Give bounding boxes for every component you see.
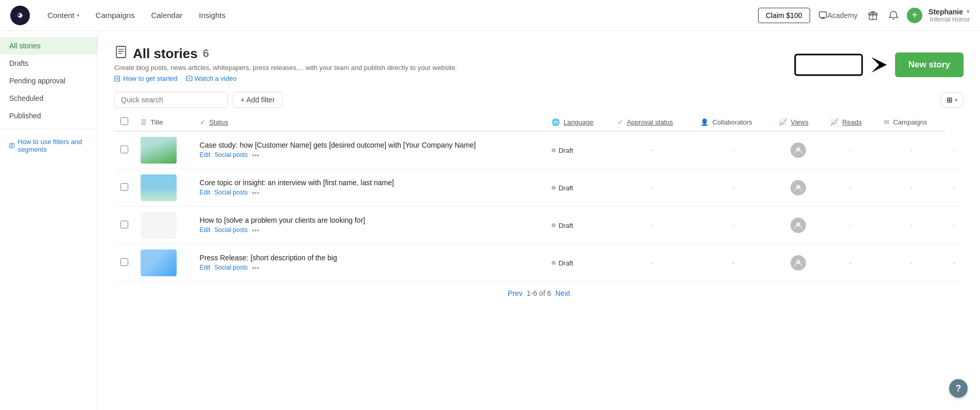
row-campaigns-cell: -: [945, 169, 964, 207]
row-views-cell: -: [824, 131, 878, 169]
row-approval-cell: -: [694, 169, 772, 207]
row-views-cell: -: [824, 169, 878, 207]
row-collaborators-cell: [772, 169, 824, 207]
claim-button[interactable]: Claim $100: [758, 8, 810, 23]
row-views-cell: -: [824, 244, 878, 282]
sidebar-divider: [0, 129, 97, 129]
sidebar: All stories Drafts Pending approval Sche…: [0, 31, 98, 410]
story-edit-link[interactable]: Edit: [200, 226, 211, 235]
svg-marker-11: [862, 57, 887, 73]
row-language-cell: -: [611, 169, 694, 207]
row-language-cell: -: [611, 207, 694, 244]
row-approval-cell: -: [694, 244, 772, 282]
search-input[interactable]: [114, 92, 228, 108]
story-title: How to [solve a problem your clients are…: [200, 216, 539, 224]
svg-marker-9: [188, 78, 191, 79]
story-more-button[interactable]: •••: [252, 189, 260, 197]
sidebar-filters-link[interactable]: How to use filters and segments: [0, 133, 97, 158]
th-reads-icon: 📈: [830, 118, 838, 126]
story-thumbnail[interactable]: [141, 212, 177, 239]
th-checkbox: [114, 113, 134, 131]
status-indicator: Draft: [552, 184, 606, 192]
nav-campaigns[interactable]: Campaigns: [89, 7, 142, 24]
notifications-button[interactable]: [886, 8, 901, 23]
th-reads[interactable]: 📈 Reads: [824, 113, 878, 131]
table-row: Press Release: [short description of the…: [114, 244, 964, 282]
academy-button[interactable]: Academy: [816, 9, 859, 22]
get-started-link[interactable]: How to get started: [114, 75, 178, 82]
row-status-cell: Draft: [545, 131, 612, 169]
status-dot: [552, 148, 556, 152]
sidebar-item-published[interactable]: Published: [0, 107, 97, 124]
stories-table: ☰ Title ✓ Status 🌐 Language ✓ Approval s…: [114, 113, 964, 282]
nav-calendar[interactable]: Calendar: [144, 7, 190, 24]
watch-video-link[interactable]: Watch a video: [186, 75, 237, 82]
page-links: How to get started Watch a video: [114, 75, 457, 82]
status-dot: [552, 186, 556, 190]
status-label: Draft: [559, 259, 573, 267]
monitor-icon: [818, 11, 828, 20]
page-range: 1-6 of 6: [527, 289, 551, 297]
th-views-icon: 📈: [779, 118, 787, 126]
story-social-link[interactable]: Social posts: [214, 226, 248, 235]
add-filter-button[interactable]: + Add filter: [233, 92, 283, 108]
th-title-icon: ☰: [141, 118, 147, 126]
table-row: How to [solve a problem your clients are…: [114, 207, 964, 244]
story-more-button[interactable]: •••: [252, 264, 260, 272]
row-campaigns-cell: -: [945, 131, 964, 169]
grid-view-button[interactable]: ⊞ ▾: [941, 92, 964, 108]
add-button[interactable]: +: [907, 8, 922, 23]
story-edit-link[interactable]: Edit: [200, 151, 211, 159]
nav-content[interactable]: Content ▾: [40, 7, 87, 24]
th-language[interactable]: 🌐 Language: [545, 113, 612, 131]
row-title-cell: Press Release: [short description of the…: [194, 244, 545, 282]
story-more-button[interactable]: •••: [252, 151, 260, 159]
story-title: Case study: how [Customer Name] gets [de…: [200, 141, 539, 149]
sidebar-item-drafts[interactable]: Drafts: [0, 55, 97, 72]
pagination: Prev 1-6 of 6 Next: [114, 282, 964, 300]
svg-rect-7: [115, 76, 119, 81]
help-button[interactable]: ?: [949, 379, 968, 398]
grid-icon: ⊞: [947, 96, 953, 104]
sidebar-item-all-stories[interactable]: All stories: [0, 37, 97, 55]
select-all-checkbox[interactable]: [121, 117, 128, 125]
story-more-button[interactable]: •••: [252, 226, 260, 235]
row-checkbox-2[interactable]: [121, 183, 128, 191]
row-status-cell: Draft: [545, 207, 612, 244]
th-status[interactable]: ✓ Status: [194, 113, 545, 131]
story-social-link[interactable]: Social posts: [214, 151, 248, 159]
link-icon: [114, 75, 121, 82]
gift-button[interactable]: [866, 8, 880, 23]
row-thumb-cell: [134, 207, 194, 244]
story-thumbnail[interactable]: [141, 174, 177, 201]
next-page[interactable]: Next: [555, 289, 570, 297]
logo[interactable]: [10, 6, 30, 25]
th-views[interactable]: 📈 Views: [772, 113, 824, 131]
story-social-link[interactable]: Social posts: [214, 189, 248, 197]
th-approval[interactable]: ✓ Approval status: [611, 113, 694, 131]
th-collab-icon: 👤: [700, 118, 709, 126]
sidebar-item-scheduled[interactable]: Scheduled: [0, 90, 97, 107]
row-title-cell: How to [solve a problem your clients are…: [194, 207, 545, 244]
row-status-cell: Draft: [545, 244, 612, 282]
row-checkbox-3[interactable]: [121, 221, 128, 228]
collaborator-avatar: [790, 142, 806, 158]
story-edit-link[interactable]: Edit: [200, 189, 211, 197]
row-thumb-cell: [134, 131, 194, 169]
collaborator-avatar: [790, 180, 806, 195]
nav-insights[interactable]: Insights: [192, 7, 233, 24]
story-thumbnail[interactable]: [141, 137, 177, 164]
sidebar-item-pending[interactable]: Pending approval: [0, 72, 97, 90]
th-campaigns: ✉ Campaigns: [878, 113, 945, 131]
story-thumbnail[interactable]: [141, 249, 177, 276]
story-edit-link[interactable]: Edit: [200, 264, 211, 272]
row-collaborators-cell: [772, 244, 824, 282]
new-story-button[interactable]: New story: [895, 52, 964, 77]
row-checkbox-4[interactable]: [121, 258, 128, 266]
story-social-link[interactable]: Social posts: [214, 264, 248, 272]
prev-page[interactable]: Prev: [508, 289, 523, 297]
row-title-cell: Case study: how [Customer Name] gets [de…: [194, 131, 545, 169]
user-menu[interactable]: Stephanie ▾ Infernal Horror: [929, 8, 970, 23]
row-checkbox-1[interactable]: [121, 146, 128, 153]
row-reads-cell: -: [878, 207, 945, 244]
